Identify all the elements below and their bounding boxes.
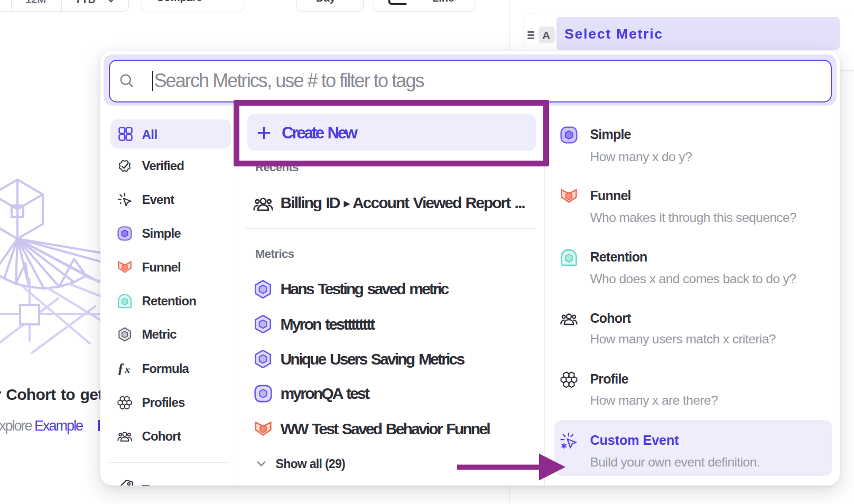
- svg-text:ƒ: ƒ: [117, 361, 124, 376]
- svg-text:x: x: [124, 363, 130, 375]
